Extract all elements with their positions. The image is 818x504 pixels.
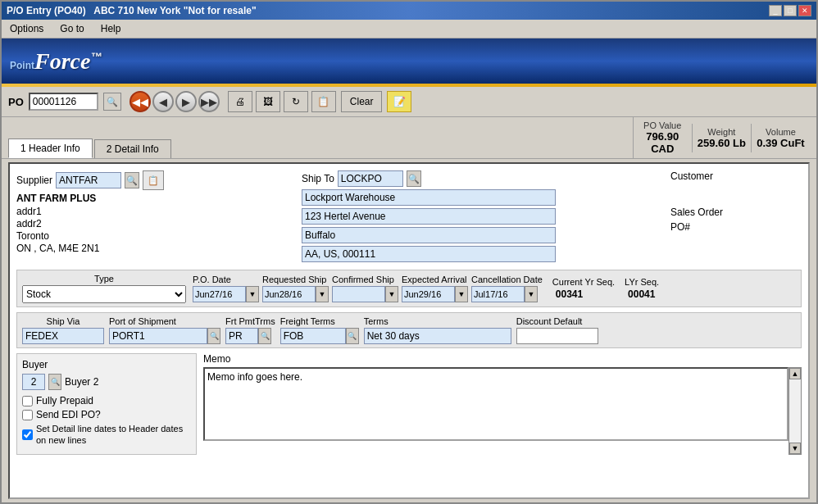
conf-ship-group: Confirmed Ship ▼	[332, 275, 398, 302]
req-ship-input[interactable]	[262, 286, 316, 302]
frt-pmt-input[interactable]	[225, 328, 258, 344]
supplier-province: ON , CA, M4E 2N1	[16, 243, 295, 254]
fully-prepaid-checkbox[interactable]	[22, 396, 33, 406]
scroll-down-button[interactable]: ▼	[789, 443, 801, 454]
memo-label: Memo	[203, 353, 230, 365]
buyer-num-input[interactable]	[22, 374, 45, 390]
window-title: P/O Entry (PO40) ABC 710 New York "Not f…	[7, 5, 257, 16]
conf-ship-cal-icon[interactable]: ▼	[385, 286, 398, 302]
export-button[interactable]: 📋	[311, 91, 336, 112]
frt-pmt-label: Frt PmtTrms	[225, 316, 275, 326]
close-button[interactable]: ✕	[798, 5, 811, 16]
buyer-name: Buyer 2	[65, 376, 98, 388]
nav-group: ◀◀ ◀ ▶ ▶▶	[130, 91, 220, 112]
window-controls: _ □ ✕	[769, 5, 811, 16]
nav-prev-button[interactable]: ◀	[152, 91, 174, 112]
nav-last-button[interactable]: ▶▶	[198, 91, 220, 112]
supplier-search-icon[interactable]: 🔍	[125, 172, 139, 188]
send-edi-row: Send EDI PO?	[22, 409, 191, 420]
curr-yr-seq-group: Current Yr Seq. 00341	[552, 277, 615, 300]
customer-label: Customer	[670, 170, 713, 182]
port-search-icon[interactable]: 🔍	[207, 328, 220, 344]
nav-first-button[interactable]: ◀◀	[130, 91, 151, 112]
conf-ship-input[interactable]	[332, 286, 385, 302]
lyr-seq-label: LYr Seq.	[625, 277, 659, 287]
supplier-code-input[interactable]	[56, 172, 121, 188]
ship-country-input[interactable]	[302, 246, 556, 262]
po-date-cal-icon[interactable]: ▼	[246, 286, 259, 302]
ship-name-input[interactable]	[302, 189, 556, 206]
cancel-date-label: Cancellation Date	[471, 275, 543, 284]
supplier-addr2: addr2	[16, 218, 295, 229]
toolbar: PO 🔍 ◀◀ ◀ ▶ ▶▶ 🖨 🖼 ↻ 📋 Clear 📝	[2, 87, 816, 117]
ship-via-label: Ship Via	[22, 316, 104, 326]
terms-label: Terms	[364, 316, 511, 326]
customer-section: Customer Sales Order PO#	[670, 170, 802, 265]
ship-to-section: Ship To 🔍	[302, 170, 664, 265]
tab-header-info[interactable]: 1 Header Info	[8, 138, 93, 158]
lyr-seq-value: 00041	[625, 288, 659, 300]
minimize-button[interactable]: _	[769, 5, 782, 16]
image-button[interactable]: 🖼	[256, 91, 280, 112]
supplier-section: Supplier 🔍 📋 ANT FARM PLUS addr1 addr2 T…	[16, 170, 295, 265]
exp-arrival-group: Expected Arrival ▼	[402, 275, 468, 302]
set-detail-checkbox[interactable]	[22, 429, 33, 440]
discount-input[interactable]	[516, 328, 598, 344]
ship-to-search-icon[interactable]: 🔍	[407, 170, 421, 187]
sales-order-label: Sales Order	[670, 207, 802, 218]
menu-goto[interactable]: Go to	[55, 21, 89, 36]
freight-terms-label: Freight Terms	[280, 316, 359, 326]
info-badge[interactable]: 📝	[387, 91, 411, 112]
content-panel: Supplier 🔍 📋 ANT FARM PLUS addr1 addr2 T…	[8, 162, 810, 499]
po-date-input[interactable]	[193, 286, 246, 302]
ship-via-group: Ship Via	[22, 316, 104, 344]
memo-section: Memo Memo info goes here. ▲ ▼	[203, 353, 802, 455]
port-group: Port of Shipment 🔍	[109, 316, 220, 344]
supplier-info-icon[interactable]: 📋	[143, 170, 164, 190]
buyer-search-icon[interactable]: 🔍	[48, 374, 61, 390]
discount-group: Discount Default	[516, 316, 598, 344]
req-ship-cal-icon[interactable]: ▼	[316, 286, 329, 302]
scroll-up-button[interactable]: ▲	[789, 368, 801, 379]
freight-terms-input[interactable]	[280, 328, 346, 344]
memo-scrollbar: ▲ ▼	[788, 367, 802, 455]
cancel-date-cal-icon[interactable]: ▼	[525, 286, 538, 302]
dates-row: Type Stock P.O. Date ▼ Requested Ship	[16, 270, 802, 307]
clear-button[interactable]: Clear	[341, 91, 383, 112]
frt-pmt-search-icon[interactable]: 🔍	[258, 328, 271, 344]
menu-options[interactable]: Options	[5, 21, 48, 36]
ship-via-input[interactable]	[22, 328, 104, 344]
freight-terms-search-icon[interactable]: 🔍	[346, 328, 359, 344]
ship-freight-row: Ship Via Port of Shipment 🔍 Frt PmtTrms …	[16, 312, 802, 348]
menu-help[interactable]: Help	[96, 21, 126, 36]
port-input[interactable]	[109, 328, 207, 344]
send-edi-checkbox[interactable]	[22, 410, 33, 420]
ship-addr1-input[interactable]	[302, 208, 556, 225]
exp-arrival-label: Expected Arrival	[402, 275, 468, 284]
po-number-input[interactable]	[29, 93, 98, 111]
nav-next-button[interactable]: ▶	[175, 91, 197, 112]
scroll-track	[789, 379, 801, 443]
exp-arrival-cal-icon[interactable]: ▼	[455, 286, 468, 302]
req-ship-group: Requested Ship ▼	[262, 275, 329, 302]
terms-input[interactable]	[364, 328, 511, 344]
po-search-icon[interactable]: 🔍	[103, 93, 121, 111]
ship-to-code-input[interactable]	[338, 170, 403, 187]
refresh-button[interactable]: ↻	[284, 91, 308, 112]
supplier-addr1: addr1	[16, 206, 295, 217]
buyer-label: Buyer	[22, 359, 48, 370]
weight-label: Weight	[696, 127, 748, 137]
ship-city-input[interactable]	[302, 227, 556, 243]
maximize-button[interactable]: □	[784, 5, 797, 16]
volume-section: Volume 0.39 CuFt	[751, 124, 810, 152]
buyer-section: Buyer 🔍 Buyer 2 Fully Prepaid Send EDI P…	[16, 353, 197, 455]
po-value-label: PO Value	[637, 120, 688, 130]
exp-arrival-input[interactable]	[402, 286, 455, 302]
buyer-memo-row: Buyer 🔍 Buyer 2 Fully Prepaid Send EDI P…	[16, 353, 802, 455]
supplier-name: ANT FARM PLUS	[16, 193, 295, 204]
tab-detail-info[interactable]: 2 Detail Info	[94, 139, 171, 158]
type-select[interactable]: Stock	[22, 285, 186, 303]
memo-textarea[interactable]: Memo info goes here.	[203, 367, 788, 441]
print-button[interactable]: 🖨	[228, 91, 252, 112]
cancel-date-input[interactable]	[471, 286, 525, 302]
